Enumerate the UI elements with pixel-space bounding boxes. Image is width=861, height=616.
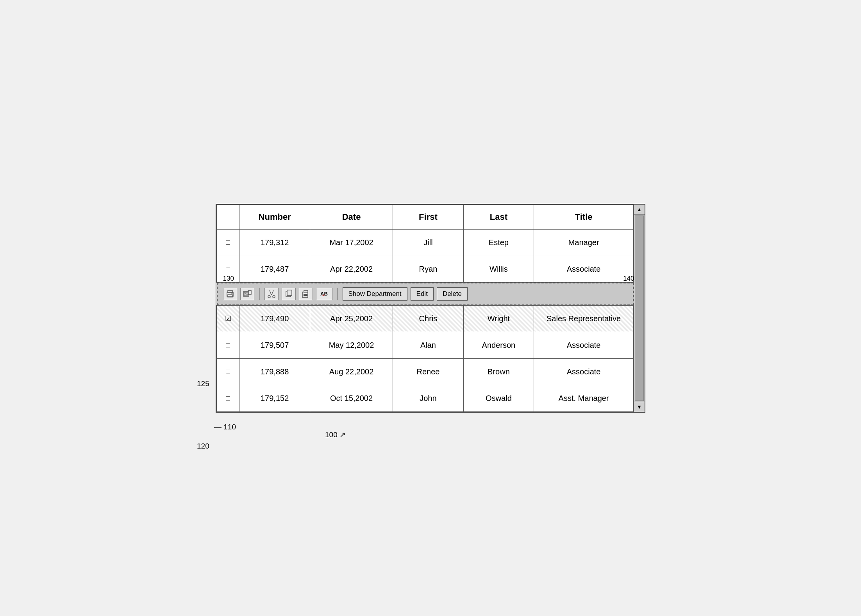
row-first: Chris	[393, 305, 463, 332]
row-number: 179,312	[239, 229, 310, 256]
row-title: Associate	[534, 332, 634, 358]
svg-rect-16	[304, 294, 307, 295]
annotation-125: 125	[197, 379, 209, 388]
header-date: Date	[310, 205, 393, 229]
row-date: Apr 25,2002	[310, 305, 393, 332]
scroll-up-button[interactable]: ▲	[634, 205, 645, 215]
table-row: □ 179,152 Oct 15,2002 John Oswald Asst. …	[217, 385, 634, 411]
row-title: Associate	[534, 256, 634, 282]
row-number: 179,888	[239, 358, 310, 385]
table-row-selected: ☑ 179,490 Apr 25,2002 Chris Wright Sales…	[217, 305, 634, 332]
row-checkbox[interactable]: □	[217, 358, 239, 385]
annotation-100: 100 ↗	[325, 430, 346, 439]
row-first: Alan	[393, 332, 463, 358]
row-title: Associate	[534, 358, 634, 385]
svg-rect-17	[304, 295, 307, 296]
table-wrapper: Number Date First Last Title □ 179,312 M…	[216, 204, 645, 413]
row-checkbox-checked[interactable]: ☑	[217, 305, 239, 332]
row-date: Oct 15,2002	[310, 385, 393, 411]
header-first: First	[393, 205, 463, 229]
svg-rect-2	[228, 295, 232, 297]
row-last: Anderson	[463, 332, 534, 358]
toolbar-label-130: 130	[223, 275, 234, 283]
row-first: Renee	[393, 358, 463, 385]
header-number: Number	[239, 205, 310, 229]
row-title: Asst. Manager	[534, 385, 634, 411]
table-row: □ 179,312 Mar 17,2002 Jill Estep Manager	[217, 229, 634, 256]
row-title: Sales Representative	[534, 305, 634, 332]
row-last: Wright	[463, 305, 534, 332]
row-date: Apr 22,2002	[310, 256, 393, 282]
row-first: John	[393, 385, 463, 411]
table-row: □ 179,888 Aug 22,2002 Renee Brown Associ…	[217, 358, 634, 385]
row-number: 179,490	[239, 305, 310, 332]
row-date: Aug 22,2002	[310, 358, 393, 385]
edit-button[interactable]: Edit	[411, 287, 434, 301]
svg-point-11	[273, 296, 275, 298]
svg-point-10	[268, 296, 270, 298]
paste-icon[interactable]	[299, 288, 313, 300]
row-number: 179,152	[239, 385, 310, 411]
copy-icon[interactable]	[282, 288, 296, 300]
svg-line-8	[270, 290, 272, 295]
row-last: Estep	[463, 229, 534, 256]
toolbar: 130 140	[217, 283, 634, 305]
table-row: □ 179,487 Apr 22,2002 Ryan Willis Associ…	[217, 256, 634, 282]
cut-icon[interactable]	[264, 288, 279, 300]
svg-line-9	[272, 290, 273, 295]
header-title: Title	[534, 205, 634, 229]
row-number: 179,487	[239, 256, 310, 282]
header-checkbox	[217, 205, 239, 229]
show-department-button[interactable]: Show Department	[343, 287, 407, 301]
svg-point-3	[231, 293, 232, 294]
row-checkbox[interactable]: □	[217, 332, 239, 358]
row-title: Manager	[534, 229, 634, 256]
row-date: May 12,2002	[310, 332, 393, 358]
row-first: Jill	[393, 229, 463, 256]
toolbar-row: 130 140	[217, 282, 634, 305]
header-last: Last	[463, 205, 534, 229]
scroll-thumb[interactable]	[635, 215, 644, 401]
toolbar-label-140: 140	[623, 275, 634, 283]
row-checkbox[interactable]: □	[217, 385, 239, 411]
row-date: Mar 17,2002	[310, 229, 393, 256]
annotation-110: — 110	[214, 423, 236, 431]
svg-rect-15	[304, 290, 308, 293]
toolbar-separator	[259, 288, 260, 300]
image-print-icon[interactable]: AB	[240, 288, 254, 300]
row-last: Oswald	[463, 385, 534, 411]
print-icon[interactable]	[223, 288, 237, 300]
toolbar-separator-2	[337, 288, 338, 300]
spellcheck-icon[interactable]: AB✓	[316, 288, 332, 300]
scroll-down-button[interactable]: ▼	[634, 402, 645, 412]
scrollbar[interactable]: ▲ ▼	[634, 205, 645, 412]
row-first: Ryan	[393, 256, 463, 282]
row-last: Brown	[463, 358, 534, 385]
svg-rect-13	[287, 290, 292, 296]
delete-button[interactable]: Delete	[437, 287, 468, 301]
row-last: Willis	[463, 256, 534, 282]
table-row: □ 179,507 May 12,2002 Alan Anderson Asso…	[217, 332, 634, 358]
header-row: Number Date First Last Title	[217, 205, 634, 229]
row-number: 179,507	[239, 332, 310, 358]
annotation-120: 120	[197, 442, 209, 450]
row-checkbox[interactable]: □	[217, 229, 239, 256]
